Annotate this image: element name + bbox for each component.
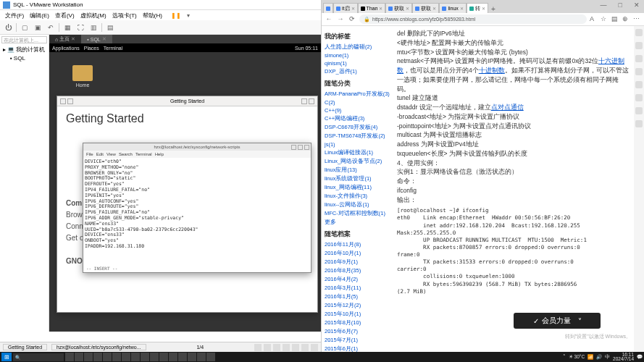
terminal-titlebar[interactable]: hzx@localhost:/etc/sysconfig/network-scr… [83,143,311,151]
window-close-button[interactable] [304,145,309,150]
new-tab-button[interactable]: + [488,5,498,13]
cat-link[interactable]: C++(9) [325,106,391,114]
menu-view[interactable]: 查看(V) [53,12,77,20]
window-min-button[interactable]: — [598,0,610,10]
sidebar-tool-icon[interactable] [635,81,643,88]
archive-link[interactable]: 2016年9月(1) [325,258,391,266]
menu-file[interactable]: 文件(F) [3,12,26,20]
sidebar-tool-icon[interactable] [635,29,643,36]
term-menu-terminal[interactable]: Terminal [135,152,152,156]
tool5-icon[interactable]: ▦ [62,22,72,33]
gnome-places[interactable]: Places [84,46,99,51]
archive-link[interactable]: 2015年10月(1) [325,310,391,319]
tag-link[interactable]: DXP_器件(1) [325,67,391,76]
dropdown-icon[interactable]: ▾ [185,12,192,19]
close-icon[interactable]: ✕ [102,36,106,42]
archive-link[interactable]: 2015年6月(7) [325,327,391,336]
sidebar-tool-icon[interactable] [635,120,643,127]
cat-link[interactable]: C(2) [325,98,391,106]
reload-button[interactable]: ⟳ [348,15,356,24]
notifications-icon[interactable]: 💬 [637,354,643,360]
menu-tabs[interactable]: 选项卡(T) [110,12,139,20]
status-tab-gedit[interactable]: Getting Started [3,344,47,350]
device-cd-icon[interactable] [264,344,271,351]
power-icon[interactable]: ⏻ [3,22,13,33]
unity-icon[interactable]: ▥ [88,22,99,33]
window-max-button[interactable] [298,145,303,150]
archive-link[interactable]: 2015年12月(2) [325,301,391,310]
weather-widget[interactable]: ☀ 30°C [569,354,585,360]
task-icon[interactable] [197,353,206,361]
archive-link[interactable]: 2015年7月(1) [325,336,391,345]
menu-help[interactable]: 帮助(H) [141,12,164,20]
menu-edit[interactable]: 编辑(E) [28,12,51,20]
archive-link[interactable]: 2016年8月(35) [325,266,391,275]
task-icon[interactable] [150,353,159,361]
snapshot-icon[interactable]: ▢ [20,22,30,33]
device-sound-icon[interactable] [292,344,299,351]
task-icon[interactable] [75,353,83,361]
task-icon[interactable] [65,353,74,361]
browser-tab[interactable]: 获取✕ [385,3,412,13]
browser-tab[interactable]: Than✕ [358,3,386,13]
gedit-titlebar[interactable]: Getting Started [57,96,317,106]
task-icon[interactable] [159,353,168,361]
back-button[interactable]: ← [325,15,333,24]
guest-tab-home[interactable]: ⌂ 主页 ✕ [49,35,81,43]
cat-link[interactable]: Linux编译链接器(1) [325,148,391,157]
cat-link[interactable]: DSP-C6678开发板(4) [325,123,391,132]
task-icon[interactable] [169,353,177,361]
term-menu-help[interactable]: Help [155,152,164,156]
cat-link[interactable]: linux系统级管理(1) [325,174,391,183]
close-icon[interactable]: ✕ [379,6,382,11]
window-close-button[interactable] [309,98,314,104]
window-max-button[interactable] [67,98,73,104]
device-hdd-icon[interactable] [254,344,262,351]
desktop-background[interactable]: Home Getting Started [49,52,321,332]
member-popup[interactable]: ✓ 会员力量 ˅ [514,313,601,329]
start-button[interactable]: ⊞ [1,353,12,361]
fullscreen-icon[interactable]: ⛶ [75,22,85,33]
browser-tab[interactable]: 获取✕ [412,3,439,13]
wifi-icon[interactable]: 📶 [587,354,593,360]
sidebar-tool-icon[interactable] [635,107,643,114]
volume-icon[interactable]: 🔊 [596,354,602,360]
extensions-icon[interactable]: ⊕ [622,15,630,23]
term-menu-edit[interactable]: Edit [96,152,104,156]
sidebar-tool-icon[interactable] [635,94,643,101]
close-icon[interactable]: ✕ [482,6,485,11]
task-icon[interactable] [206,353,215,361]
window-close-button[interactable]: ✕ [631,0,643,10]
archive-link[interactable]: 2016年4月(2) [325,275,391,284]
gnome-terminal[interactable]: Terminal [104,46,122,51]
more-link[interactable]: 更多 [325,218,391,227]
window-min-button[interactable] [60,98,66,104]
sidebar-tool-icon[interactable] [635,42,643,49]
window-min-button[interactable] [291,145,296,150]
task-icon[interactable] [178,353,187,361]
cat-link[interactable]: ARM-PananaPro开发板(3) [325,90,391,98]
menu-vm[interactable]: 虚拟机(M) [78,12,109,20]
close-icon[interactable]: ✕ [71,36,75,42]
close-icon[interactable]: ✕ [460,6,464,11]
read-mode-icon[interactable]: A [590,15,598,23]
cat-link[interactable]: linux应用(13) [325,166,391,174]
task-icon[interactable] [103,353,112,361]
archive-link[interactable]: 2015年8月(10) [325,319,391,327]
close-icon[interactable]: ✕ [432,6,436,11]
tag-link[interactable]: 人生路上的磕碰(2) [325,43,391,51]
tag-link[interactable]: qinism(1) [325,59,391,67]
clock[interactable]: 16:11 2024/7/14 [613,353,634,362]
browser-tab[interactable]: linux✕ [439,3,466,13]
tool8-icon[interactable]: ▤ [105,22,115,33]
term-menu-view[interactable]: View [106,152,116,156]
sidebar-tool-icon[interactable] [635,55,643,62]
task-icon[interactable] [131,353,140,361]
task-icon[interactable] [141,353,149,361]
forward-button[interactable]: → [336,15,345,24]
dec-link[interactable]: 十进制数 [479,67,505,74]
term-menu-file[interactable]: File [86,152,93,156]
gnome-applications[interactable]: Applications [52,46,80,51]
task-icon[interactable] [188,353,196,361]
task-icon[interactable] [112,353,121,361]
